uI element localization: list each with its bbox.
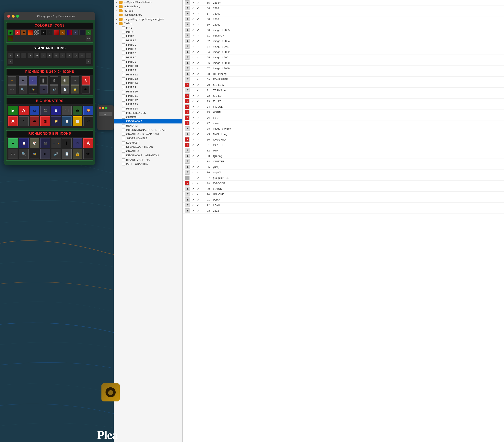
item-checkbox[interactable] (122, 146, 125, 148)
filetree-item-dev-halants[interactable]: DEVANAGARI-HALANTS (114, 145, 182, 149)
filetree-item-intro[interactable]: INTRO (114, 30, 182, 34)
icon-checker[interactable] (34, 30, 39, 35)
filetree-item-revxml[interactable]: ▸ revxmlrpclibrary (114, 13, 182, 17)
filelist-row-67[interactable]: 🖼 ✓ ✓ 67 image id 9049 (183, 66, 504, 71)
filelist-row-90[interactable]: 🖼 ✓ ✓ 90 UNLOKK (183, 192, 504, 197)
filetree-item-hints12b[interactable]: HINTS 12 (114, 98, 182, 102)
bm-icon-6[interactable]: ⬛ (62, 106, 72, 115)
filelist-row-87[interactable]: □ ✓ ✓ 87 group id 1349 (183, 175, 504, 181)
filetree-item-dev-grantha[interactable]: DEVANAGARI > GRANTHA (114, 153, 182, 157)
r24-icon-10[interactable]: 🔍 (19, 85, 27, 93)
r24-icon-16[interactable]: 👁 (82, 85, 90, 93)
filelist-row-55[interactable]: 🖼 ✓ ✓ 55 2388m (183, 0, 504, 5)
bm-icon-4[interactable]: 🎬 (40, 106, 50, 115)
rb-icon-6[interactable]: ▌ (62, 138, 72, 148)
bm-icon-8[interactable]: 🌄 (83, 106, 93, 115)
item-checkbox[interactable] (122, 43, 125, 46)
filelist-row-83[interactable]: 🖼 ✓ ✓ 83 QU.png (183, 153, 504, 159)
bm-icon-9[interactable]: A (8, 116, 18, 126)
filelist-row-74[interactable]: A ✓ ✓ 74 fRESULT (183, 104, 504, 109)
bm-icon-13[interactable]: 📁 (51, 116, 61, 126)
filelist-row-70[interactable]: A ✓ ✓ 70 fBUILDW (183, 82, 504, 88)
bm-icon-14[interactable]: 📋 (62, 116, 72, 126)
item-checkbox[interactable] (122, 73, 125, 76)
filetree-item-grantha[interactable]: GRANTHA (114, 149, 182, 153)
rb-icon-8[interactable]: A (83, 138, 93, 148)
std-icon-9[interactable]: ↕ (60, 53, 65, 58)
filetree-item-revSplash[interactable]: ▸ revSplashStackBehavior (114, 0, 182, 4)
std-icon-3[interactable]: i (21, 53, 26, 58)
bottom-button[interactable]: ⬤ (101, 383, 120, 401)
filetree-item-ldeviast[interactable]: LDEVIAST (114, 140, 182, 145)
std-icon-13[interactable]: □ (86, 53, 91, 58)
filetree-item-hints10a[interactable]: HINTS 10 (114, 64, 182, 68)
filetree-item-short-vowels[interactable]: SHORT VOWELS (114, 136, 182, 140)
item-checkbox[interactable] (122, 60, 125, 63)
bm-icon-3[interactable]: 🗂 (30, 106, 39, 115)
filelist-row-81[interactable]: A ✓ ✓ 81 fORIGHITE (183, 142, 504, 148)
bm-icon-16[interactable]: 👁 (83, 116, 93, 126)
item-checkbox[interactable] (122, 154, 125, 157)
sw-min[interactable] (102, 107, 104, 109)
filelist-row-89[interactable]: 🖼 ✓ ✓ 89 LOTUS (183, 186, 504, 192)
icon-a-colored[interactable]: A (60, 30, 65, 35)
item-checkbox[interactable] (122, 107, 125, 110)
r24-icon-1[interactable]: → (8, 76, 16, 85)
icon-colorful1[interactable] (67, 30, 72, 35)
rb-icon-14[interactable]: 📄 (62, 149, 72, 159)
sw-close[interactable] (99, 107, 101, 109)
filelist-row-66[interactable]: 🖼 ✓ ✓ 66 image id 9050 (183, 60, 504, 66)
filelist-row-80[interactable]: A ✓ ✓ 80 fORIGWID (183, 137, 504, 142)
std-icon-14[interactable]: ◇ (8, 59, 13, 64)
item-checkbox[interactable] (122, 133, 125, 136)
filetree-item-devanagari[interactable]: DEVANAGARI (114, 119, 182, 123)
maximize-button[interactable] (16, 15, 19, 18)
filelist-row-77[interactable]: A ✓ ✓ 77 masq (183, 120, 504, 126)
icon-colorful2[interactable] (8, 36, 13, 41)
rb-icon-5[interactable]: →→ (51, 138, 61, 148)
filetree-item-hints[interactable]: HINTS (114, 34, 182, 38)
icon-grid[interactable]: ▦▦ (86, 36, 91, 41)
item-checkbox[interactable] (122, 158, 125, 161)
r24-icon-5[interactable]: 🎬 (50, 76, 58, 85)
item-checkbox[interactable] (122, 90, 125, 93)
rb-icon-11[interactable]: 🎭 (30, 149, 39, 159)
filetree-item-hints11a[interactable]: HINTS 11 (114, 68, 182, 72)
bm-icon-1[interactable]: ▶ (8, 106, 18, 115)
filelist-row-76[interactable]: A ✓ ✓ 76 fRRR (183, 115, 504, 120)
bm-icon-11[interactable]: 🏔 (30, 116, 39, 126)
filelist-row-92[interactable]: 🖼 ✓ ✓ 92 LOKK (183, 203, 504, 208)
filelist-row-61[interactable]: 🖼 ✓ ✓ 61 bEDITOR (183, 33, 504, 38)
item-checkbox[interactable] (122, 52, 125, 55)
item-checkbox[interactable] (122, 120, 125, 123)
filetree-item-iast-grantha[interactable]: IAST – GRANTHA (114, 162, 182, 166)
item-checkbox[interactable] (122, 56, 125, 59)
item-checkbox[interactable] (122, 116, 125, 119)
filelist-row-78[interactable]: 🖼 ✓ ✓ 78 image id 76687 (183, 126, 504, 131)
item-checkbox[interactable] (122, 141, 125, 144)
filelist-row-79[interactable]: 🖼 ✓ ✓ 79 MASK1.png (183, 131, 504, 137)
rb-icon-12[interactable]: 🖥 (40, 149, 50, 159)
rb-icon-4[interactable]: 🎬 (40, 138, 50, 148)
bm-icon-12[interactable]: ▦ (40, 116, 50, 126)
icon-dark1[interactable]: ▪▪ (41, 30, 46, 35)
minimize-button[interactable] (12, 15, 15, 18)
filetree-item-itrans[interactable]: iTRANS-GRANTHA (114, 157, 182, 162)
r24-icon-14[interactable]: 📄 (61, 85, 69, 93)
r24-icon-15[interactable]: 🔒 (71, 85, 79, 93)
filelist-row-85[interactable]: 🖼 ✓ ✓ 85 yupQ (183, 164, 504, 170)
filelist-row-73[interactable]: A ✓ ✓ 73 fBUILT (183, 99, 504, 104)
rb-icon-1[interactable]: 🏔 (8, 138, 18, 148)
filetree-item-hints14b[interactable]: HINTS 14 (114, 106, 182, 111)
filelist-row-86[interactable]: 🖼 ✓ ✓ 86 nopeQ (183, 170, 504, 175)
item-checkbox[interactable] (122, 112, 125, 114)
std-icon-2[interactable]: A (15, 53, 20, 58)
filetree-item-revTools[interactable]: ▸ revTools (114, 9, 182, 13)
item-checkbox[interactable] (122, 103, 125, 106)
filelist-row-58[interactable]: 🖼 ✓ ✓ 58 7386h (183, 17, 504, 22)
filetree-item-hints4[interactable]: HINTS 4 (114, 47, 182, 51)
item-checkbox[interactable] (122, 129, 125, 131)
icon-a-red[interactable]: A (15, 30, 20, 35)
bm-icon-2[interactable]: A (19, 106, 29, 115)
item-checkbox[interactable] (122, 82, 125, 85)
